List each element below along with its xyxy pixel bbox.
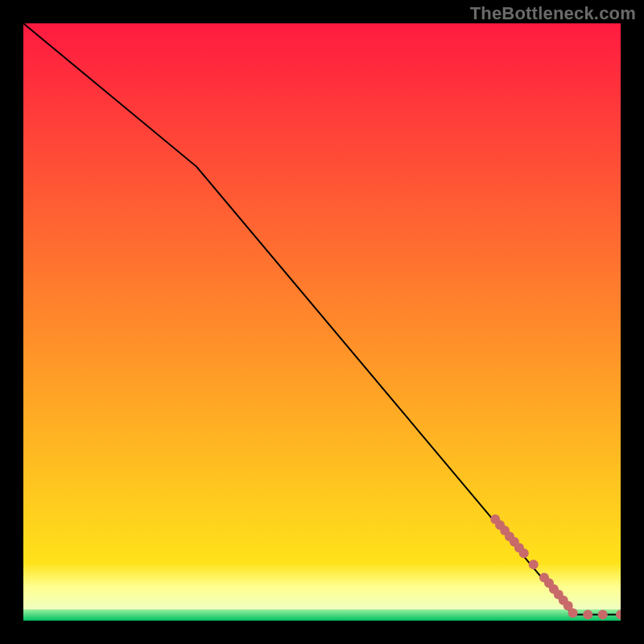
watermark-text: TheBottleneck.com	[470, 3, 636, 24]
chart-stage: TheBottleneck.com	[0, 0, 644, 644]
gradient-band	[23, 587, 621, 609]
gradient-band	[23, 563, 621, 587]
gradient-band	[23, 609, 621, 621]
gradient-band	[23, 23, 621, 563]
background-gradient	[23, 23, 621, 621]
plot-area	[23, 23, 621, 621]
